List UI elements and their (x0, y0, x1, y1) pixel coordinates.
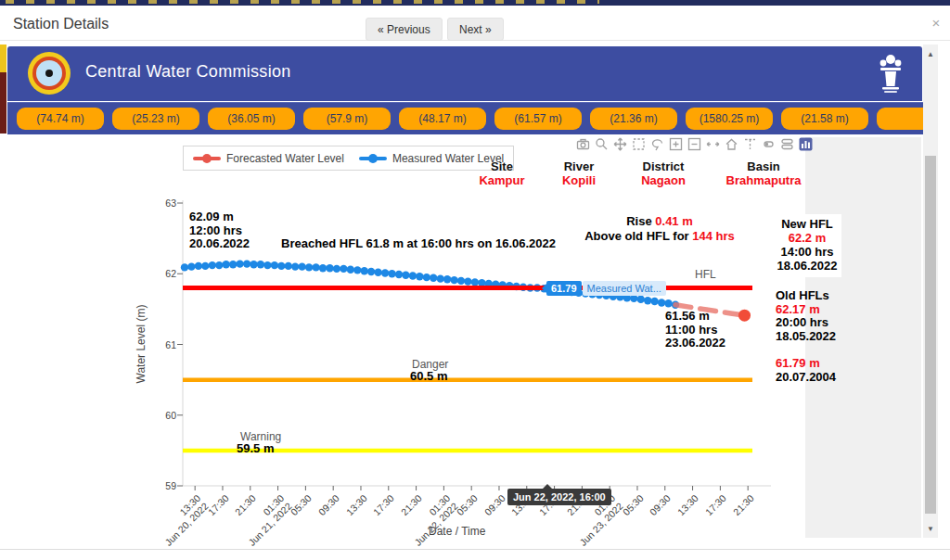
station-value-chip[interactable] (877, 108, 926, 130)
station-info: SiteKampurRiverKopiliDistrictNagaonBasin… (469, 159, 823, 187)
chart-legend: Forecasted Water LevelMeasured Water Lev… (183, 146, 514, 171)
x-tick-label: 13:30 (675, 492, 700, 517)
x-tick-label: 09:30 (316, 492, 341, 517)
cwc-logo-icon (28, 52, 71, 95)
cwc-banner: Central Water Commission (7, 46, 922, 101)
zoom-out-icon[interactable] (687, 137, 701, 151)
box-select-icon[interactable] (632, 137, 646, 151)
x-tick-label: 05:30 (620, 492, 645, 517)
background-edge-artifact (0, 72, 6, 134)
rise-annotation: Rise 0.41 m Above old HFL for 144 hrs (561, 214, 758, 243)
x-tick-label: 21:30 (233, 492, 258, 517)
autoscale-icon[interactable] (706, 137, 720, 151)
station-value-chip[interactable]: (36.05 m) (208, 108, 295, 130)
station-value-chip[interactable]: (48.17 m) (399, 108, 486, 130)
y-tick-label: 63 (147, 197, 176, 209)
x-tick-label: 05:30 (455, 492, 480, 517)
plotly-modebar (576, 137, 813, 151)
x-tick-label: 17:30 (703, 492, 728, 517)
hover-closest-icon[interactable] (762, 137, 776, 151)
x-tick-label: 17:30 (205, 492, 230, 517)
tooltip-caret-icon (543, 484, 552, 489)
modal-header: Station Details « Previous Next » × (0, 6, 950, 41)
x-tick-label: 05:30 (289, 492, 314, 517)
station-value-chip[interactable]: (61.57 m) (494, 108, 582, 130)
station-value-chip[interactable]: (25.23 m) (112, 108, 199, 130)
station-attribute-river: RiverKopili (543, 159, 615, 187)
lasso-icon[interactable] (650, 137, 664, 151)
camera-icon[interactable] (576, 137, 590, 151)
close-icon[interactable]: × (928, 15, 944, 31)
national-emblem-icon (876, 52, 905, 96)
old-hfl-entry: 61.79 m20.07.2004 (776, 357, 836, 384)
zoom-icon[interactable] (595, 137, 609, 151)
danger-line-value: 60.5 m (410, 369, 447, 383)
x-tick-label: 21:30 (399, 492, 424, 517)
x-tick-label: 13:30Jun 20, 2022 (155, 492, 211, 548)
previous-button[interactable]: « Previous (366, 18, 443, 41)
station-values-bar: (74.74 m)(25.23 m)(36.05 m)(57.9 m)(48.1… (7, 102, 926, 134)
reset-axes-icon[interactable] (725, 137, 738, 151)
station-value-chip[interactable]: (74.74 m) (17, 108, 104, 130)
station-attribute-basin: BasinBrahmaputra (712, 159, 815, 187)
pan-icon[interactable] (613, 137, 627, 151)
zoom-in-icon[interactable] (669, 137, 683, 151)
station-attribute-district: DistrictNagaon (623, 159, 704, 187)
y-tick-label: 59 (147, 480, 176, 491)
modal-footer-divider (0, 549, 950, 550)
hfl-line-label: HFL (695, 268, 716, 281)
modal-title: Station Details (13, 16, 109, 32)
background-text-fragments (6, 0, 599, 4)
scrollbar[interactable]: ▲ ▼ (923, 45, 938, 538)
station-attribute-site: SiteKampur (469, 159, 535, 187)
x-tick-label: 17:30 (371, 492, 396, 517)
legend-line-icon (359, 157, 387, 160)
station-value-chip[interactable]: (1580.25 m) (686, 108, 773, 130)
station-value-chip[interactable]: (21.58 m) (781, 108, 868, 130)
hover-compare-icon[interactable] (780, 137, 794, 151)
first-point-annotation: 62.09 m 12:00 hrs 20.06.2022 (189, 210, 250, 251)
new-hfl-panel: New HFL 62.2 m 14:00 hrs 18.06.2022 (773, 214, 841, 277)
x-tick-label: 13:30 (343, 492, 368, 517)
warning-line-value: 59.5 m (237, 441, 274, 455)
axis-tooltip: Jun 22, 2022, 16:00 (507, 489, 611, 505)
old-hfl-entry: 62.17 m20:00 hrs18.05.2022 (776, 303, 836, 344)
x-tick-label: 09:30 (648, 492, 673, 517)
last-point-annotation: 61.56 m 11:00 hrs 23.06.2022 (665, 310, 725, 350)
scrollbar-thumb[interactable] (925, 156, 936, 514)
legend-item[interactable]: Forecasted Water Level (193, 152, 344, 165)
legend-line-icon (193, 157, 221, 160)
y-tick-label: 61 (147, 339, 176, 350)
old-hfl-panel: Old HFLs 62.17 m20:00 hrs18.05.202261.79… (776, 289, 836, 398)
plotly-logo-icon[interactable] (799, 137, 813, 151)
org-title: Central Water Commission (85, 62, 291, 82)
y-tick-label: 60 (147, 410, 176, 421)
y-tick-label: 62 (147, 268, 176, 279)
spikelines-icon[interactable] (743, 137, 757, 151)
next-button[interactable]: Next » (447, 18, 504, 41)
y-axis-title: Water Level (m) (135, 305, 148, 384)
point-tooltip: 61.79 Measured Wat... (542, 281, 666, 296)
scrollbar-down-icon[interactable]: ▼ (923, 521, 938, 536)
station-value-chip[interactable]: (57.9 m) (303, 108, 391, 130)
breach-annotation: Breached HFL 61.8 m at 16:00 hrs on 16.0… (281, 237, 556, 251)
x-tick-label: 21:30 (731, 492, 756, 517)
background-edge-artifact (0, 45, 6, 72)
x-tick-label: 09:30 (481, 492, 507, 517)
station-value-chip[interactable]: (21.36 m) (590, 108, 677, 130)
scrollbar-up-icon[interactable]: ▲ (923, 46, 938, 61)
